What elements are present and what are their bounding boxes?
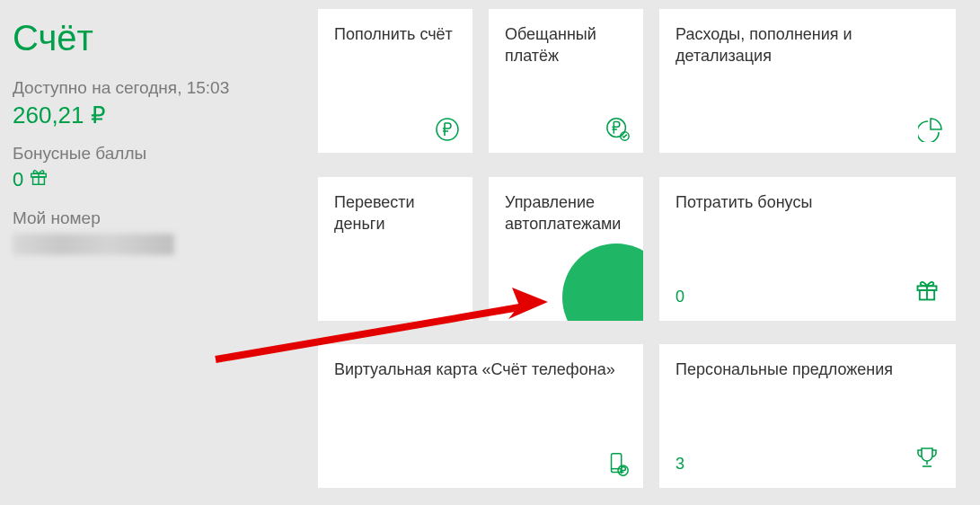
card-transfer[interactable]: Перевести деньги (318, 177, 472, 321)
svg-point-3 (437, 119, 458, 140)
gift-icon (29, 167, 49, 192)
ruble-icon (435, 117, 460, 142)
card-title: Персональные предложения (675, 359, 940, 380)
ruble-check-icon (605, 117, 631, 142)
card-title: Управление автоплатежами (505, 191, 627, 235)
action-grid: Пополнить счёт Обещанный платёж Расх (318, 9, 967, 496)
gift-icon (914, 278, 940, 306)
page-title: Счёт (13, 18, 300, 58)
phone-number-blurred (13, 234, 174, 255)
available-label: Доступно на сегодня, 15:03 (13, 78, 300, 98)
card-expenses[interactable]: Расходы, пополнения и детализация (659, 9, 956, 153)
card-title: Виртуальная карта «Счёт телефона» (334, 359, 627, 380)
card-promised-payment[interactable]: Обещанный платёж (489, 9, 643, 153)
my-number-label: Мой номер (13, 208, 300, 228)
card-title: Потратить бонусы (675, 191, 940, 213)
bonus-points-value: 0 (13, 167, 300, 192)
account-sidebar: Счёт Доступно на сегодня, 15:03 260,21 ₽… (13, 9, 300, 496)
balance-amount: 260,21 ₽ (13, 102, 300, 129)
card-value: 0 (675, 288, 684, 306)
card-title: Расходы, пополнения и детализация (675, 23, 940, 67)
card-title: Перевести деньги (334, 191, 456, 235)
card-topup[interactable]: Пополнить счёт (318, 9, 472, 153)
card-autopay[interactable]: Управление автоплатежами (489, 177, 643, 321)
card-spend-bonus[interactable]: Потратить бонусы 0 (659, 177, 956, 321)
card-value: 3 (675, 455, 684, 474)
card-virtual-card[interactable]: Виртуальная карта «Счёт телефона» (318, 344, 643, 488)
phone-ruble-icon (605, 452, 631, 477)
pie-chart-icon (918, 117, 943, 142)
card-title: Пополнить счёт (334, 23, 456, 45)
card-personal-offers[interactable]: Персональные предложения 3 (659, 344, 956, 488)
bonus-points-label: Бонусные баллы (13, 144, 300, 164)
card-title: Обещанный платёж (505, 23, 627, 67)
trophy-icon (914, 445, 940, 474)
highlight-circle (562, 244, 643, 321)
